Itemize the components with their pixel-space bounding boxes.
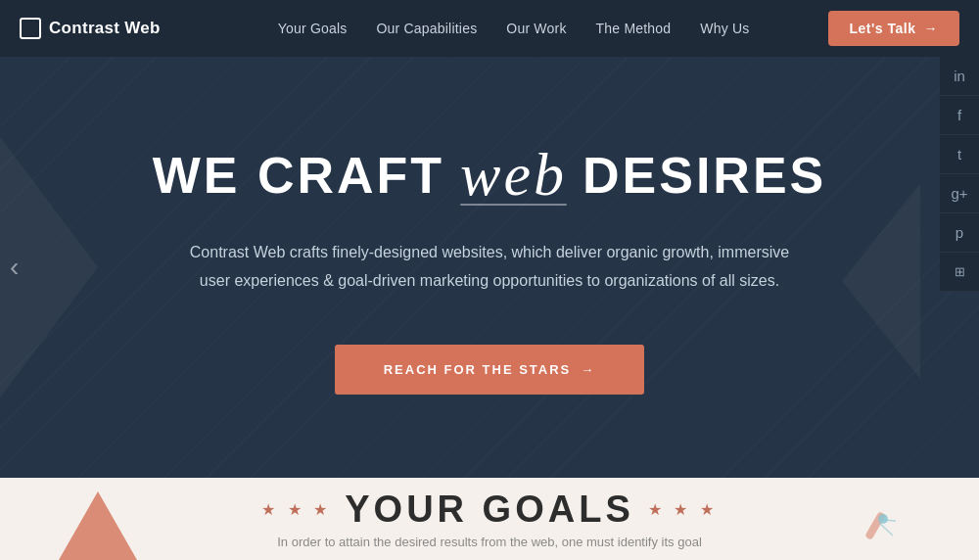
prev-arrow-icon: ‹	[10, 252, 19, 282]
goals-stars-left: ★ ★ ★	[261, 500, 331, 519]
hero-title: WE CRAFT web DESIRES	[153, 140, 827, 210]
reach-stars-button[interactable]: REACH FOR THE STARS →	[335, 345, 645, 395]
social-twitter[interactable]: t	[940, 135, 979, 174]
goals-deco-right	[842, 501, 901, 560]
googleplus-icon: g+	[951, 185, 967, 202]
social-facebook[interactable]: f	[940, 96, 979, 135]
hero-section: ‹ WE CRAFT web DESIRES Contrast Web craf…	[0, 57, 979, 478]
social-sidebar: in f t g+ p ⊞	[940, 57, 979, 292]
goals-section: ★ ★ ★ YOUR GOALS ★ ★ ★ In order to attai…	[0, 478, 979, 560]
goals-title-row: ★ ★ ★ YOUR GOALS ★ ★ ★	[261, 489, 717, 531]
cta-arrow-icon: →	[581, 362, 595, 377]
pinterest-icon: p	[956, 224, 963, 241]
nav-links: Your Goals Our Capabilities Our Work The…	[200, 21, 828, 36]
brand-name: Contrast Web	[49, 19, 161, 38]
cta-label: REACH FOR THE STARS	[384, 362, 572, 377]
nav-your-goals[interactable]: Your Goals	[278, 21, 348, 36]
social-pinterest[interactable]: p	[940, 213, 979, 253]
nav-why-us[interactable]: Why Us	[700, 21, 749, 36]
social-googleplus[interactable]: g+	[940, 174, 979, 213]
goals-subtitle: In order to attain the desired results f…	[277, 535, 702, 549]
hero-title-left: WE CRAFT	[153, 146, 444, 205]
social-linkedin[interactable]: in	[940, 57, 979, 96]
nav-our-capabilities[interactable]: Our Capabilities	[377, 21, 478, 36]
goals-stars-right: ★ ★ ★	[648, 500, 718, 519]
goals-deco-left	[59, 491, 137, 560]
lets-talk-label: Let's Talk	[850, 21, 916, 36]
facebook-icon: f	[957, 107, 961, 123]
instagram-icon: ⊞	[955, 264, 965, 279]
hero-title-right: DESIRES	[583, 146, 826, 205]
navbar: Contrast Web Your Goals Our Capabilities…	[0, 0, 979, 57]
nav-our-work[interactable]: Our Work	[506, 21, 566, 36]
hero-bg-shape-right	[842, 183, 920, 379]
twitter-icon: t	[957, 146, 961, 163]
brand-icon	[20, 18, 41, 39]
svg-line-2	[879, 523, 893, 536]
svg-line-3	[882, 520, 896, 521]
hero-title-script: web	[460, 140, 567, 210]
linkedin-icon: in	[954, 68, 965, 84]
hero-subtitle: Contrast Web crafts finely-designed webs…	[176, 239, 803, 296]
social-instagram[interactable]: ⊞	[940, 253, 979, 292]
brand[interactable]: Contrast Web	[20, 18, 161, 39]
hero-prev-button[interactable]: ‹	[10, 252, 19, 283]
lets-talk-arrow: →	[924, 21, 939, 36]
nav-the-method[interactable]: The Method	[596, 21, 672, 36]
goals-title: YOUR GOALS	[345, 489, 633, 531]
lets-talk-button[interactable]: Let's Talk →	[828, 11, 959, 46]
